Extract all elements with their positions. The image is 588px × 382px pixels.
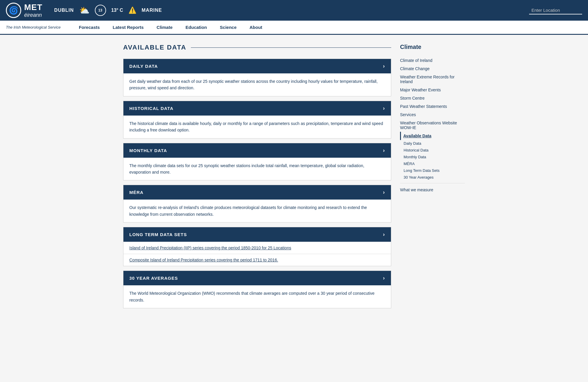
monthly-data-card: MONTHLY DATA › The monthly climate data …: [123, 143, 391, 181]
warning-icon: ⚠️: [128, 6, 136, 14]
daily-data-title: DAILY DATA: [129, 64, 158, 69]
long-term-title: LONG TERM DATA SETS: [129, 232, 187, 237]
sidebar-item-climate-change[interactable]: Climate Change: [400, 65, 465, 73]
monthly-data-header[interactable]: MONTHLY DATA ›: [123, 143, 391, 158]
sidebar-title: Climate: [400, 44, 465, 52]
logo-circle: 🌀: [6, 3, 21, 18]
sidebar-item-past-weather[interactable]: Past Weather Statements: [400, 102, 465, 111]
daily-data-header[interactable]: DAILY DATA ›: [123, 59, 391, 73]
long-term-chevron-icon: ›: [383, 231, 385, 238]
historical-data-chevron-icon: ›: [383, 105, 385, 111]
nav-items: Forecasts Latest Reports Climate Educati…: [72, 21, 269, 34]
historical-data-body: The historical climate data is available…: [123, 116, 391, 138]
nav-item-latest-reports[interactable]: Latest Reports: [106, 21, 150, 35]
sidebar-item-monthly-data[interactable]: Monthly Data: [400, 154, 465, 160]
temp-badge: 13: [95, 5, 106, 16]
logo-eireann: éireann: [24, 12, 42, 18]
mera-title: MÉRA: [129, 190, 143, 195]
temperature-display: 13° C: [111, 8, 123, 13]
weather-info: DUBLIN ⛅ 13 13° C ⚠️ MARINE: [54, 5, 162, 16]
location-input[interactable]: [529, 6, 582, 14]
monthly-data-title: MONTHLY DATA: [129, 148, 167, 153]
long-term-link-2[interactable]: Composite Island of Ireland Precipitatio…: [123, 254, 391, 266]
logo-met: MET: [24, 3, 42, 12]
sidebar-item-mera[interactable]: MÉRA: [400, 160, 465, 167]
sidebar-item-storm-centre[interactable]: Storm Centre: [400, 94, 465, 102]
monthly-data-chevron-icon: ›: [383, 147, 385, 154]
nav-item-about[interactable]: About: [243, 21, 269, 35]
nav-item-science[interactable]: Science: [213, 21, 243, 35]
sidebar: Climate Climate of Ireland Climate Chang…: [400, 44, 465, 313]
mera-header[interactable]: MÉRA ›: [123, 185, 391, 200]
sidebar-item-climate-of-ireland[interactable]: Climate of Ireland: [400, 56, 465, 65]
historical-data-title: HISTORICAL DATA: [129, 106, 174, 111]
page-title-area: AVAILABLE DATA: [123, 44, 391, 51]
location-input-area[interactable]: [529, 6, 582, 14]
main-content: AVAILABLE DATA DAILY DATA › Get daily we…: [117, 35, 471, 322]
site-header: 🌀 MET éireann DUBLIN ⛅ 13 13° C ⚠️ MARIN…: [0, 0, 588, 21]
30-year-card: 30 YEAR AVERAGES › The World Meteorologi…: [123, 271, 391, 308]
30-year-title: 30 YEAR AVERAGES: [129, 276, 178, 281]
sidebar-item-wow-ie[interactable]: Weather Observations Website WOW-IE: [400, 119, 465, 132]
nav-brand: The Irish Meteorological Service: [6, 25, 61, 29]
weather-cloud-icon: ⛅: [79, 6, 90, 15]
sidebar-divider: [400, 183, 465, 183]
sidebar-item-weather-extreme-records[interactable]: Weather Extreme Records for Ireland: [400, 73, 465, 86]
sidebar-item-daily-data[interactable]: Daily Data: [400, 140, 465, 147]
30-year-body: The World Meteorological Organization (W…: [123, 285, 391, 308]
logo-spiral-icon: 🌀: [9, 6, 18, 14]
sidebar-item-30-year[interactable]: 30 Year Averages: [400, 174, 465, 181]
sidebar-item-available-data[interactable]: Available Data: [400, 132, 465, 140]
main-nav: The Irish Meteorological Service Forecas…: [0, 21, 588, 35]
mera-chevron-icon: ›: [383, 189, 385, 195]
long-term-link-1[interactable]: Island of Ireland Precipitation (IIP) se…: [123, 242, 391, 254]
monthly-data-body: The monthly climate data sets for our 25…: [123, 158, 391, 180]
sidebar-item-historical-data[interactable]: Historical Data: [400, 147, 465, 154]
sidebar-item-major-weather-events[interactable]: Major Weather Events: [400, 86, 465, 94]
city-name: DUBLIN: [54, 8, 74, 13]
mera-body: Our systematic re-analysis of Ireland's …: [123, 200, 391, 222]
sidebar-item-services[interactable]: Services: [400, 111, 465, 119]
daily-data-card: DAILY DATA › Get daily weather data from…: [123, 59, 391, 96]
logo-area: 🌀 MET éireann: [6, 3, 42, 18]
page-title: AVAILABLE DATA: [123, 44, 186, 51]
daily-data-chevron-icon: ›: [383, 63, 385, 69]
logo-text: MET éireann: [24, 3, 42, 18]
title-line: [191, 47, 391, 48]
sidebar-item-what-we-measure[interactable]: What we measure: [400, 186, 465, 194]
historical-data-header[interactable]: HISTORICAL DATA ›: [123, 101, 391, 116]
content-area: AVAILABLE DATA DAILY DATA › Get daily we…: [123, 44, 391, 313]
sidebar-item-long-term[interactable]: Long Term Data Sets: [400, 167, 465, 174]
long-term-card: LONG TERM DATA SETS › Island of Ireland …: [123, 227, 391, 266]
long-term-header[interactable]: LONG TERM DATA SETS ›: [123, 227, 391, 242]
mera-card: MÉRA › Our systematic re-analysis of Ire…: [123, 185, 391, 223]
nav-item-forecasts[interactable]: Forecasts: [72, 21, 106, 35]
daily-data-body: Get daily weather data from each of our …: [123, 73, 391, 96]
30-year-header[interactable]: 30 YEAR AVERAGES ›: [123, 271, 391, 285]
30-year-chevron-icon: ›: [383, 275, 385, 281]
nav-item-climate[interactable]: Climate: [150, 21, 179, 35]
marine-label: MARINE: [142, 8, 162, 13]
historical-data-card: HISTORICAL DATA › The historical climate…: [123, 101, 391, 139]
nav-item-education[interactable]: Education: [179, 21, 214, 35]
